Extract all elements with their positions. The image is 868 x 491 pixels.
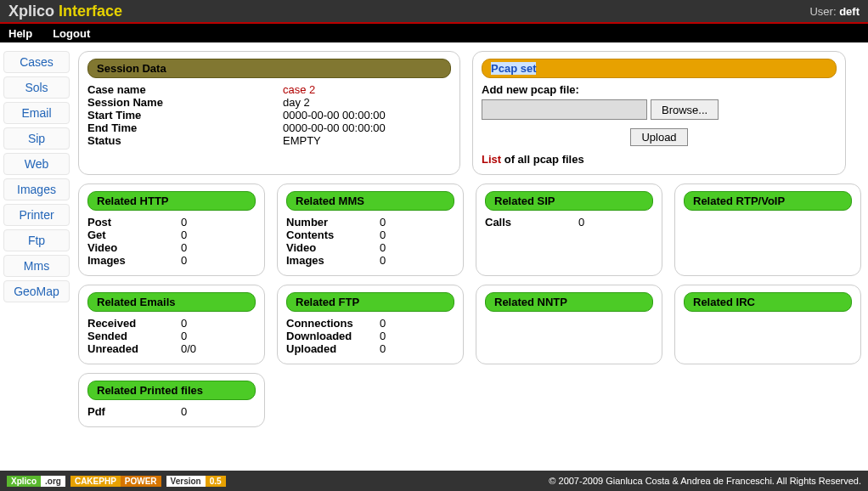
sidebar-item-sols[interactable]: Sols — [3, 76, 70, 99]
related-rtp-card: Related RTP/VoIP — [674, 183, 861, 276]
stat-row: Video0 — [286, 241, 454, 254]
stat-row: Sended0 — [87, 330, 256, 342]
user-name: deft — [839, 5, 860, 18]
stat-row: Images0 — [286, 254, 454, 267]
stat-row: Post0 — [87, 216, 256, 229]
related-emails-card: Related Emails Received0Sended0Unreaded0… — [78, 285, 265, 364]
menu-help[interactable]: Help — [8, 27, 32, 40]
stat-row: Contents0 — [286, 229, 454, 241]
sidebar-item-cases[interactable]: Cases — [3, 51, 70, 73]
stat-row: Calls0 — [485, 216, 653, 229]
stat-row: Unreaded0/0 — [87, 342, 256, 355]
browse-button[interactable]: Browse... — [651, 99, 719, 120]
upload-button[interactable]: Upload — [630, 128, 687, 146]
brand-b: Interface — [59, 3, 122, 20]
stat-row: Get0 — [87, 229, 256, 241]
sidebar-item-sip[interactable]: Sip — [3, 127, 70, 150]
stat-row: Pdf0 — [87, 405, 256, 418]
session-data-title: Session Data — [87, 59, 451, 78]
pcap-set-card: Pcap set Add new pcap file: Browse... Up… — [472, 51, 846, 175]
stat-row: Images0 — [87, 254, 256, 267]
top-bar: Xplico Interface User: deft — [0, 0, 868, 24]
sidebar-item-printer[interactable]: Printer — [3, 204, 70, 226]
related-ftp-card: Related FTP Connections0Downloaded0Uploa… — [277, 285, 464, 364]
menu-bar: Help Logout — [0, 24, 868, 42]
stat-row: Connections0 — [286, 317, 454, 330]
sidebar-item-web[interactable]: Web — [3, 153, 70, 175]
add-pcap-label: Add new pcap file: — [482, 83, 837, 96]
related-http-card: Related HTTP Post0Get0Video0Images0 — [78, 183, 265, 276]
sidebar-item-images[interactable]: Images — [3, 178, 70, 200]
related-printed-card: Related Printed files Pdf0 — [78, 373, 265, 427]
related-nntp-card: Related NNTP — [476, 285, 662, 364]
pcap-title: Pcap set — [482, 59, 837, 78]
sidebar-item-ftp[interactable]: Ftp — [3, 229, 70, 251]
menu-logout[interactable]: Logout — [53, 27, 90, 40]
brand: Xplico Interface — [8, 3, 122, 20]
sidebar-item-email[interactable]: Email — [3, 102, 70, 124]
list-pcap-link[interactable]: List of all pcap files — [482, 153, 837, 166]
session-data-card: Session Data Case namecase 2 Session Nam… — [78, 51, 460, 175]
end-time: 0000-00-00 00:00:00 — [283, 121, 451, 134]
case-name: case 2 — [283, 83, 451, 96]
sidebar: CasesSolsEmailSipWebImagesPrinterFtpMmsG… — [3, 51, 70, 302]
related-mms-card: Related MMS Number0Contents0Video0Images… — [277, 183, 464, 276]
related-irc-card: Related IRC — [674, 285, 861, 364]
stat-row: Video0 — [87, 241, 256, 254]
sidebar-item-mms[interactable]: Mms — [3, 255, 70, 277]
stat-row: Number0 — [286, 216, 454, 229]
user-info: User: deft — [809, 5, 860, 18]
brand-a: Xplico — [8, 3, 59, 20]
stat-row: Received0 — [87, 317, 256, 330]
stat-row: Downloaded0 — [286, 330, 454, 342]
status: EMPTY — [283, 134, 451, 147]
pcap-file-input[interactable] — [482, 99, 647, 120]
related-sip-card: Related SIP Calls0 — [476, 183, 662, 276]
session-name: day 2 — [283, 96, 451, 109]
stat-row: Uploaded0 — [286, 342, 454, 355]
start-time: 0000-00-00 00:00:00 — [283, 109, 451, 121]
sidebar-item-geomap[interactable]: GeoMap — [3, 280, 70, 302]
